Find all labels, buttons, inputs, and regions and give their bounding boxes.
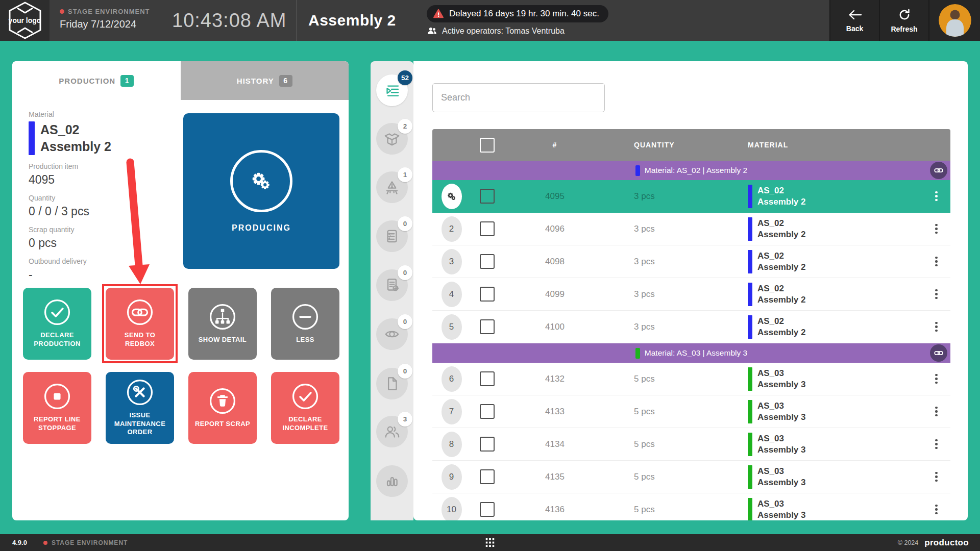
less-button[interactable]: LESS bbox=[271, 288, 339, 360]
icon-rail: 522100003 bbox=[371, 61, 413, 520]
delay-text: Delayed 16 days 19 hr. 30 min. 40 sec. bbox=[449, 9, 599, 19]
kebab-menu-icon[interactable] bbox=[932, 502, 941, 518]
table-row[interactable]: 941355 pcsAS_03Assembly 3 bbox=[432, 461, 950, 493]
link-icon[interactable] bbox=[930, 344, 947, 362]
table-row[interactable]: 340983 pcsAS_02Assembly 2 bbox=[432, 245, 950, 278]
row-number: 5 bbox=[442, 314, 462, 340]
show-detail-button[interactable]: SHOW DETAIL bbox=[188, 288, 257, 360]
app-root: your logo STAGE ENVIRONMENT Friday 7/12/… bbox=[0, 0, 980, 551]
order-material: AS_02Assembly 2 bbox=[698, 283, 922, 306]
producing-status-tile[interactable]: PRODUCING bbox=[183, 113, 339, 269]
report-scrap-button[interactable]: REPORT SCRAP bbox=[188, 372, 257, 444]
tab-production-badge: 1 bbox=[120, 75, 134, 87]
material-group-label: Material: AS_03 | Assembly 3 bbox=[645, 348, 747, 358]
sidebar-item-box[interactable]: 2 bbox=[376, 123, 408, 155]
table-row[interactable]: 541003 pcsAS_02Assembly 2 bbox=[432, 311, 950, 343]
order-material: AS_03Assembly 3 bbox=[698, 367, 922, 391]
search-input[interactable] bbox=[432, 83, 605, 112]
kebab-menu-icon[interactable] bbox=[932, 319, 941, 335]
clock: 10:43:08 AM bbox=[172, 0, 286, 41]
order-table: # QUANTITY MATERIAL Material: AS_02 | As… bbox=[432, 129, 950, 520]
sidebar-item-production-queue[interactable]: 52 bbox=[376, 74, 408, 106]
issue-maintenance-order-button[interactable]: ISSUE MAINTENANCE ORDER bbox=[106, 372, 174, 444]
stop-icon bbox=[42, 381, 72, 412]
material-color-bar bbox=[748, 367, 752, 391]
refresh-button[interactable]: Refresh bbox=[879, 0, 928, 41]
material-color-bar bbox=[748, 250, 752, 273]
kebab-menu-icon[interactable] bbox=[932, 436, 941, 453]
sidebar-item-checklist[interactable]: 0 bbox=[376, 220, 408, 252]
table-row[interactable]: 741335 pcsAS_03Assembly 3 bbox=[432, 395, 950, 428]
material-name: Assembly 2 bbox=[757, 196, 806, 208]
kebab-menu-icon[interactable] bbox=[932, 254, 941, 270]
order-list-panel: # QUANTITY MATERIAL Material: AS_02 | As… bbox=[413, 61, 968, 520]
back-button[interactable]: Back bbox=[829, 0, 879, 41]
material-name: Assembly 3 bbox=[757, 444, 806, 456]
table-row[interactable]: 841345 pcsAS_03Assembly 3 bbox=[432, 428, 950, 461]
material-group-row[interactable]: Material: AS_02 | Assembly 2 bbox=[432, 161, 950, 180]
sidebar-badge: 3 bbox=[398, 412, 412, 427]
kebab-menu-icon[interactable] bbox=[932, 188, 941, 205]
declare-incomplete-button[interactable]: DECLARE INCOMPLETE bbox=[271, 372, 339, 444]
row-checkbox[interactable] bbox=[480, 189, 495, 204]
kebab-menu-icon[interactable] bbox=[932, 221, 941, 237]
row-checkbox[interactable] bbox=[480, 437, 495, 452]
link-icon[interactable] bbox=[930, 162, 947, 179]
sidebar-badge: 0 bbox=[398, 265, 412, 280]
material-code: AS_03 bbox=[757, 498, 806, 510]
app-grid-icon[interactable] bbox=[486, 538, 495, 547]
sidebar-item-line-warning[interactable]: 1 bbox=[376, 171, 408, 203]
order-material: AS_02Assembly 2 bbox=[698, 315, 922, 339]
send-to-redbox-button[interactable]: SEND TO REDBOX bbox=[106, 288, 174, 360]
tab-history-label: HISTORY bbox=[237, 77, 274, 85]
sidebar-item-page[interactable]: 0 bbox=[376, 368, 408, 399]
table-row[interactable]: 240963 pcsAS_02Assembly 2 bbox=[432, 213, 950, 245]
order-id: 4134 bbox=[545, 439, 565, 449]
sidebar-item-eye[interactable]: 0 bbox=[376, 318, 408, 350]
material-group-row[interactable]: Material: AS_03 | Assembly 3 bbox=[432, 343, 950, 363]
row-checkbox[interactable] bbox=[480, 287, 495, 302]
kebab-menu-icon[interactable] bbox=[932, 286, 941, 303]
top-header: your logo STAGE ENVIRONMENT Friday 7/12/… bbox=[0, 0, 980, 41]
row-checkbox[interactable] bbox=[480, 469, 495, 484]
kebab-menu-icon[interactable] bbox=[932, 371, 941, 387]
table-row[interactable]: 1041365 pcsAS_03Assembly 3 bbox=[432, 493, 950, 520]
material-name: Assembly 3 bbox=[757, 477, 806, 488]
row-checkbox[interactable] bbox=[480, 404, 495, 419]
kebab-menu-icon[interactable] bbox=[932, 404, 941, 420]
material-color-bar bbox=[748, 433, 752, 456]
table-row[interactable]: 641325 pcsAS_03Assembly 3 bbox=[432, 363, 950, 395]
row-checkbox[interactable] bbox=[480, 502, 495, 517]
table-row[interactable]: 40953 pcsAS_02Assembly 2 bbox=[432, 180, 950, 213]
gears-icon bbox=[442, 184, 462, 209]
company-logo[interactable]: your logo bbox=[0, 0, 50, 41]
declare-production-button[interactable]: DECLARE PRODUCTION bbox=[23, 288, 91, 360]
user-avatar[interactable] bbox=[939, 4, 971, 37]
tab-history-badge: 6 bbox=[279, 75, 292, 87]
row-checkbox[interactable] bbox=[480, 371, 495, 386]
table-row[interactable]: 440993 pcsAS_02Assembly 2 bbox=[432, 278, 950, 311]
row-checkbox[interactable] bbox=[480, 221, 495, 236]
select-all-checkbox[interactable] bbox=[480, 138, 495, 153]
row-checkbox[interactable] bbox=[480, 319, 495, 334]
environment-label: STAGE ENVIRONMENT bbox=[68, 8, 150, 15]
material-name: Assembly 2 bbox=[757, 327, 806, 338]
row-checkbox[interactable] bbox=[480, 254, 495, 269]
delay-status-badge: Delayed 16 days 19 hr. 30 min. 40 sec. bbox=[427, 5, 608, 22]
sidebar-badge: 2 bbox=[398, 119, 412, 134]
order-quantity: 5 pcs bbox=[606, 374, 698, 384]
column-number: # bbox=[553, 141, 557, 149]
row-number: 3 bbox=[442, 249, 462, 274]
tab-production[interactable]: PRODUCTION 1 bbox=[12, 61, 181, 100]
sidebar-item-people[interactable]: 3 bbox=[376, 416, 408, 447]
tab-history[interactable]: HISTORY 6 bbox=[181, 61, 349, 100]
sidebar-item-chart[interactable] bbox=[376, 465, 408, 497]
column-material: MATERIAL bbox=[698, 141, 922, 149]
report-line-stoppage-button[interactable]: REPORT LINE STOPPAGE bbox=[23, 372, 91, 444]
kebab-menu-icon[interactable] bbox=[932, 469, 941, 485]
copyright: © 2024 bbox=[898, 539, 919, 546]
sidebar-item-document-sign[interactable]: 0 bbox=[376, 269, 408, 301]
material-code: AS_03 bbox=[757, 368, 806, 379]
material-code: AS_02 bbox=[757, 316, 806, 327]
order-id: 4100 bbox=[545, 322, 565, 332]
